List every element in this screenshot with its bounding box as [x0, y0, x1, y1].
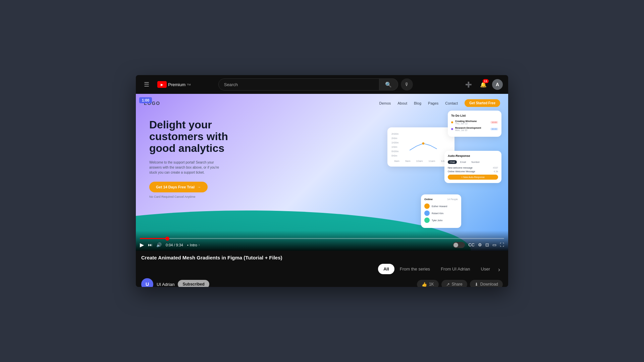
theater-button[interactable]: ▭: [492, 242, 496, 247]
video-website-content: LOGO Demos About Blog Pages Contact Get …: [136, 94, 508, 251]
download-icon: ⬇: [475, 282, 478, 287]
arrow-icon: →: [197, 185, 201, 189]
browser-window: ☰ Premium TM Search 🔍 🎙 ➕ 🔔 11: [136, 75, 508, 287]
fullscreen-button[interactable]: ⛶: [500, 242, 504, 247]
share-icon: ↗: [446, 282, 450, 287]
online-user-3: Tyler John: [424, 218, 458, 223]
volume-button[interactable]: 🔊: [156, 242, 162, 247]
share-label: Share: [452, 282, 463, 287]
toggle-track[interactable]: [453, 242, 465, 248]
search-bar[interactable]: Search: [218, 78, 379, 90]
website-hero: Delight yourcustomers withgood analytics…: [136, 112, 508, 198]
nav-demos: Demos: [379, 101, 391, 105]
controls-row: ▶ ⏭ 🔊 0:04 / 9:34 • Intro ›: [140, 242, 504, 248]
download-label: Download: [480, 282, 498, 287]
online-card: Online 14 People Esther Howard Robert Ki…: [421, 194, 461, 228]
progress-bar[interactable]: [140, 238, 504, 239]
notification-count: 11: [483, 79, 489, 83]
trial-button-label: Get 14 Days Free Trial: [156, 185, 195, 189]
like-count: 1K: [429, 282, 434, 287]
online-user-2: Robert Kim: [424, 210, 458, 216]
mic-button[interactable]: 🎙: [401, 78, 413, 90]
online-user-1: Esther Howard: [424, 203, 458, 209]
tab-from-series[interactable]: From the series: [394, 264, 435, 274]
user-name-3: Tyler John: [432, 219, 442, 222]
user-avatar-3: [424, 218, 430, 223]
chapter-info: • Intro ›: [187, 243, 200, 247]
online-count: 14 People: [447, 198, 458, 200]
website-navbar: LOGO Demos About Blog Pages Contact Get …: [136, 94, 508, 112]
logo-text: Premium: [168, 82, 185, 87]
download-button[interactable]: ⬇ Download: [470, 280, 503, 287]
website-cta-button: Get Started Free: [465, 99, 500, 107]
user-avatar[interactable]: A: [492, 79, 503, 90]
series-tabs-row: All From the series From UI Adrian User …: [141, 264, 503, 276]
play-button[interactable]: ▶: [140, 242, 144, 248]
action-buttons: 👍 1K ↗ Share ⬇ Download: [417, 280, 503, 287]
trial-button: Get 14 Days Free Trial →: [149, 182, 208, 192]
nav-blog: Blog: [414, 101, 421, 105]
autoplay-toggle[interactable]: [453, 242, 465, 248]
nav-about: About: [397, 101, 407, 105]
youtube-logo: Premium TM: [157, 81, 191, 88]
search-container: Search 🔍 🎙: [218, 78, 413, 90]
user-name-2: Robert Kim: [432, 212, 443, 215]
video-timestamp: 1:00: [139, 97, 152, 103]
video-controls: ▶ ⏭ 🔊 0:04 / 9:34 • Intro ›: [136, 231, 508, 251]
user-avatar-2: [424, 210, 430, 216]
channel-row: U UI Adrian Subscribed 👍 1K ↗ Share ⬇ Do…: [141, 278, 503, 287]
user-avatar-1: [424, 203, 430, 209]
progress-fill: [140, 238, 165, 239]
nav-contact: Contact: [445, 101, 458, 105]
website-nav-links: Demos About Blog Pages Contact Get Start…: [379, 99, 500, 107]
channel-avatar: U: [141, 278, 153, 287]
tab-from-ui-adrian[interactable]: From UI Adrian: [435, 264, 475, 274]
time-display: 0:04 / 9:34: [166, 243, 183, 247]
series-tabs: All From the series From UI Adrian User: [378, 264, 495, 276]
cc-button[interactable]: CC: [468, 242, 475, 247]
subscribe-button[interactable]: Subscribed: [178, 280, 209, 287]
below-video: Create Animated Mesh Gradients in Figma …: [136, 251, 508, 287]
share-button[interactable]: ↗ Share: [441, 280, 467, 287]
logo-tm: TM: [187, 83, 191, 86]
create-icon: ➕: [465, 81, 472, 88]
no-card-text: No Card Required Cancel Anytime: [149, 195, 495, 198]
channel-info: UI Adrian: [157, 282, 174, 287]
next-button[interactable]: ⏭: [148, 242, 152, 247]
tab-all[interactable]: All: [378, 264, 394, 274]
nav-pages: Pages: [428, 101, 438, 105]
header-right: ➕ 🔔 11 A: [463, 78, 503, 90]
user-name-1: Esther Howard: [432, 205, 447, 207]
hero-title: Delight yourcustomers withgood analytics: [149, 119, 495, 155]
chapter-name: Intro: [190, 243, 197, 247]
toggle-knob: [453, 243, 458, 247]
settings-button[interactable]: ⚙: [478, 242, 482, 247]
video-title: Create Animated Mesh Gradients in Figma …: [141, 255, 503, 260]
youtube-logo-icon: [157, 81, 167, 88]
create-button[interactable]: ➕: [463, 78, 475, 90]
mic-icon: 🎙: [405, 82, 409, 87]
search-icon: 🔍: [385, 81, 392, 88]
like-icon: 👍: [422, 282, 427, 287]
progress-dot: [165, 237, 169, 241]
chapter-arrow-icon: ›: [199, 243, 200, 247]
search-button[interactable]: 🔍: [379, 78, 398, 90]
like-button[interactable]: 👍 1K: [417, 280, 439, 287]
channel-avatar-letter: U: [146, 282, 149, 287]
video-container: LOGO Demos About Blog Pages Contact Get …: [136, 94, 508, 251]
series-next-btn[interactable]: ›: [495, 265, 503, 275]
search-placeholder: Search: [224, 82, 238, 87]
youtube-header: ☰ Premium TM Search 🔍 🎙 ➕ 🔔 11: [136, 75, 508, 94]
tab-user[interactable]: User: [476, 264, 495, 274]
pip-button[interactable]: ⊡: [485, 242, 489, 247]
controls-right: CC ⚙ ⊡ ▭ ⛶: [453, 242, 504, 248]
hero-text: Delight yourcustomers withgood analytics…: [149, 119, 495, 198]
notifications-button[interactable]: 🔔 11: [477, 78, 489, 90]
hero-description: Welcome to the support portal! Search yo…: [149, 160, 223, 175]
channel-name: UI Adrian: [157, 282, 174, 287]
menu-icon[interactable]: ☰: [141, 78, 152, 91]
